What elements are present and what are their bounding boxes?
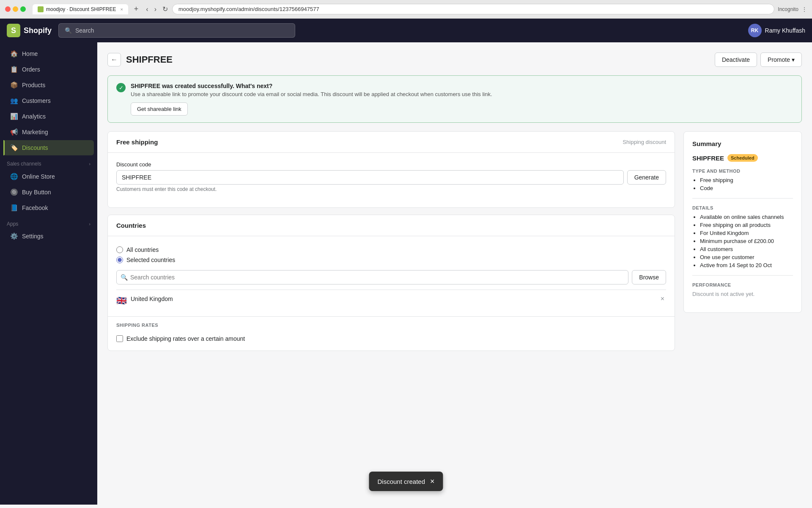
back-arrow-icon: ← — [111, 56, 118, 64]
sidebar: 🏠 Home 📋 Orders 📦 Products 👥 Customers 📊… — [0, 42, 97, 505]
summary-card: Summary SHIPFREE Scheduled TYPE AND METH… — [683, 131, 802, 313]
sidebar-label-buy-button: Buy Button — [22, 189, 51, 196]
browser-chrome: moodjoy · Discount SHIPFREE × + ‹ › ↻ mo… — [0, 0, 812, 19]
close-dot[interactable] — [5, 6, 11, 12]
sales-channels-label: Sales channels › — [0, 156, 97, 168]
toast-label: Discount created — [377, 478, 425, 485]
forward-nav-button[interactable]: › — [153, 4, 158, 15]
uk-flag-icon: 🇬🇧 — [116, 295, 126, 302]
detail-item-6: Active from 14 Sept to 20 Oct — [700, 262, 793, 268]
page-actions: Deactivate Promote ▾ — [715, 52, 802, 67]
address-bar[interactable]: moodjoy.myshopify.com/admin/discounts/12… — [172, 4, 774, 14]
type-item-0: Free shipping — [700, 177, 793, 183]
content-columns: Free shipping Shipping discount Discount… — [107, 131, 802, 358]
free-shipping-title: Free shipping — [116, 138, 158, 146]
sidebar-item-discounts[interactable]: 🏷️ Discounts — [3, 140, 94, 155]
sidebar-item-analytics[interactable]: 📊 Analytics — [3, 109, 94, 124]
avatar: RK — [748, 24, 762, 37]
summary-title: Summary — [692, 140, 793, 147]
exclude-rates-option[interactable]: Exclude shipping rates over a certain am… — [108, 332, 675, 345]
toast-close-button[interactable]: × — [430, 478, 435, 485]
details-title: DETAILS — [692, 205, 793, 210]
tab-close-button[interactable]: × — [120, 7, 123, 12]
country-tag-uk: 🇬🇧 United Kingdom × — [116, 290, 666, 308]
promote-chevron-icon: ▾ — [792, 56, 795, 63]
sidebar-label-settings: Settings — [22, 233, 44, 240]
sidebar-label-marketing: Marketing — [22, 129, 48, 135]
countries-title: Countries — [116, 222, 146, 229]
exclude-rates-checkbox[interactable] — [116, 335, 123, 342]
discount-code-hint: Customers must enter this code at checko… — [116, 186, 666, 192]
success-banner-content: SHIPFREE was created successfully. What'… — [131, 83, 492, 116]
browser-right: Incognito ⋮ — [778, 6, 807, 12]
back-nav-button[interactable]: ‹ — [144, 4, 150, 15]
detail-item-0: Available on online sales channels — [700, 214, 793, 220]
discount-code-group: Discount code Generate Customers must en… — [116, 161, 666, 192]
summary-type-method: TYPE AND METHOD Free shipping Code — [692, 168, 793, 191]
settings-icon: ⚙️ — [10, 232, 18, 240]
all-countries-radio[interactable] — [116, 246, 123, 253]
reload-button[interactable]: ↻ — [161, 3, 170, 15]
search-icon: 🔍 — [121, 274, 128, 281]
chevron-right-icon: › — [89, 161, 91, 166]
analytics-icon: 📊 — [10, 113, 18, 120]
sales-channels-text: Sales channels — [7, 161, 41, 167]
global-search[interactable]: 🔍 Search — [58, 23, 295, 38]
summary-code: SHIPFREE — [692, 155, 724, 162]
browser-tab[interactable]: moodjoy · Discount SHIPFREE × — [33, 4, 128, 14]
summary-divider-1 — [692, 198, 793, 199]
selected-countries-radio[interactable] — [116, 257, 123, 263]
user-menu[interactable]: RK Ramy Khuffash — [748, 24, 805, 37]
selected-countries-label: Selected countries — [126, 257, 175, 263]
sidebar-item-online-store[interactable]: 🌐 Online Store — [3, 169, 94, 184]
sidebar-label-analytics: Analytics — [22, 113, 46, 120]
sidebar-item-settings[interactable]: ⚙️ Settings — [3, 229, 94, 244]
performance-title: PERFORMANCE — [692, 282, 793, 287]
shopify-header: S Shopify 🔍 Search RK Ramy Khuffash — [0, 19, 812, 42]
summary-performance: PERFORMANCE Discount is not active yet. — [692, 282, 793, 297]
details-list: Available on online sales channels Free … — [692, 214, 793, 268]
summary-divider-2 — [692, 275, 793, 276]
sidebar-item-buy-button[interactable]: 🔘 Buy Button — [3, 185, 94, 200]
browse-button[interactable]: Browse — [632, 270, 666, 284]
new-tab-button[interactable]: + — [132, 5, 141, 14]
summary-details: DETAILS Available on online sales channe… — [692, 205, 793, 268]
country-search-group: 🔍 Browse — [116, 270, 666, 284]
sidebar-item-products[interactable]: 📦 Products — [3, 77, 94, 93]
sidebar-item-home[interactable]: 🏠 Home — [3, 46, 94, 61]
menu-icon[interactable]: ⋮ — [802, 6, 807, 12]
marketing-icon: 📢 — [10, 128, 18, 136]
generate-button[interactable]: Generate — [627, 170, 666, 185]
tab-title: moodjoy · Discount SHIPFREE — [46, 6, 116, 12]
detail-item-5: One use per customer — [700, 254, 793, 260]
page-title: SHIPFREE — [126, 54, 173, 65]
minimize-dot[interactable] — [13, 6, 18, 12]
sidebar-item-customers[interactable]: 👥 Customers — [3, 93, 94, 108]
get-shareable-link-button[interactable]: Get shareable link — [131, 102, 188, 116]
sidebar-item-marketing[interactable]: 📢 Marketing — [3, 124, 94, 140]
remove-country-button[interactable]: × — [659, 294, 666, 304]
discount-code-input[interactable] — [116, 170, 624, 185]
sidebar-item-facebook[interactable]: 📘 Facebook — [3, 200, 94, 215]
country-name-uk: United Kingdom — [131, 295, 655, 302]
type-method-title: TYPE AND METHOD — [692, 168, 793, 174]
toast-notification: Discount created × — [369, 472, 443, 491]
scheduled-badge: Scheduled — [727, 154, 758, 162]
all-countries-option[interactable]: All countries — [116, 245, 666, 255]
back-button[interactable]: ← — [107, 53, 121, 66]
sidebar-label-online-store: Online Store — [22, 173, 55, 180]
country-search-input[interactable] — [116, 270, 628, 284]
exclude-rates-label: Exclude shipping rates over a certain am… — [126, 335, 245, 342]
discount-code-label: Discount code — [116, 161, 666, 168]
discount-code-input-group: Generate — [116, 170, 666, 185]
promote-button[interactable]: Promote ▾ — [760, 52, 802, 67]
free-shipping-card: Free shipping Shipping discount Discount… — [107, 131, 675, 208]
maximize-dot[interactable] — [20, 6, 26, 12]
shopify-logo: S Shopify — [7, 24, 52, 37]
sidebar-item-orders[interactable]: 📋 Orders — [3, 62, 94, 77]
success-check-icon: ✓ — [116, 83, 126, 92]
selected-countries-option[interactable]: Selected countries — [116, 255, 666, 265]
right-column: Summary SHIPFREE Scheduled TYPE AND METH… — [683, 131, 802, 358]
page-header-left: ← SHIPFREE — [107, 53, 173, 66]
deactivate-button[interactable]: Deactivate — [715, 52, 757, 67]
